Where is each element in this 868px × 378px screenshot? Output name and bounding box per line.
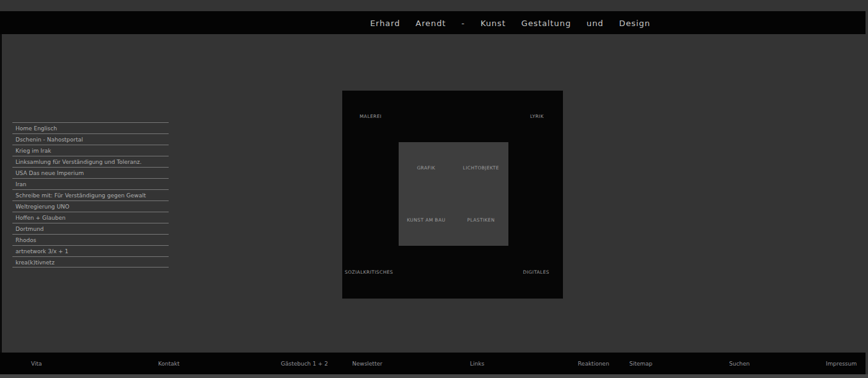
menu-link-grafik[interactable]: GRAFIK [417,165,435,171]
inner-menu-panel: GRAFIK LICHTOBJEKTE KUNST AM BAU PLASTIK… [399,142,508,246]
main-menu-panel: MALEREI LYRIK GRAFIK LICHTOBJEKTE KUNST … [342,91,563,299]
bottom-strip [0,374,868,378]
sidebar-item-usa-das-neue-imperium[interactable]: USA Das neue Imperium [12,167,169,178]
sidebar-item-krieg-im-irak[interactable]: Krieg im Irak [12,145,169,156]
menu-link-lyrik[interactable]: LYRIK [530,114,544,119]
menu-link-sozialkritisches[interactable]: SOZIALKRITISCHES [345,269,393,275]
header-bar: Erhard Arendt - Kunst Gestaltung und Des… [0,11,866,34]
sidebar-item-schreibe-mit[interactable]: Schreibe mit: Für Verständigung gegen Ge… [12,189,169,200]
menu-link-plastiken[interactable]: PLASTIKEN [467,217,495,223]
menu-link-lichtobjekte[interactable]: LICHTOBJEKTE [463,165,499,171]
sidebar-item-rhodos[interactable]: Rhodos [12,234,169,245]
sidebar-item-hoffen-glauben[interactable]: Hoffen + Glauben [12,212,169,223]
sidebar-item-linksamlung[interactable]: Linksamlung für Verständigung und Tolera… [12,156,169,167]
footer-link-impressum[interactable]: Impressum [826,361,857,367]
footer-link-kontakt[interactable]: Kontakt [158,361,179,367]
sidebar-item-home-englisch[interactable]: Home Englisch [12,122,169,133]
sidebar-menu: Home Englisch Dschenin - Nahostportal Kr… [12,122,169,268]
sidebar-item-dschenin-nahostportal[interactable]: Dschenin - Nahostportal [12,133,169,145]
sidebar-item-dortmund[interactable]: Dortmund [12,223,169,234]
footer-link-suchen[interactable]: Suchen [729,361,750,367]
menu-link-kunst-am-bau[interactable]: KUNST AM BAU [407,217,445,223]
sidebar-item-weltregierung-uno[interactable]: Weltregierung UNO [12,200,169,212]
sidebar-item-artnetwork[interactable]: artnetwork 3/x + 1 [12,245,169,256]
footer-link-links[interactable]: Links [470,361,484,367]
page-title: Erhard Arendt - Kunst Gestaltung und Des… [370,18,650,27]
footer-bar: Vita Kontakt Gästebuch 1 + 2 Newsletter … [0,353,866,374]
footer-link-vita[interactable]: Vita [31,361,42,367]
menu-link-digitales[interactable]: DIGITALES [523,269,549,275]
footer-link-reaktionen[interactable]: Reaktionen [578,361,609,367]
footer-link-sitemap[interactable]: Sitemap [629,361,652,367]
page: Erhard Arendt - Kunst Gestaltung und Des… [0,0,868,378]
footer-link-gaestebuch[interactable]: Gästebuch 1 + 2 [281,361,328,367]
sidebar-item-iran[interactable]: Iran [12,178,169,189]
left-edge-strip [0,34,2,353]
menu-link-malerei[interactable]: MALEREI [360,114,381,119]
sidebar-item-kreaktivnetz[interactable]: krea(k)tivnetz [12,256,169,268]
footer-link-newsletter[interactable]: Newsletter [352,361,383,367]
